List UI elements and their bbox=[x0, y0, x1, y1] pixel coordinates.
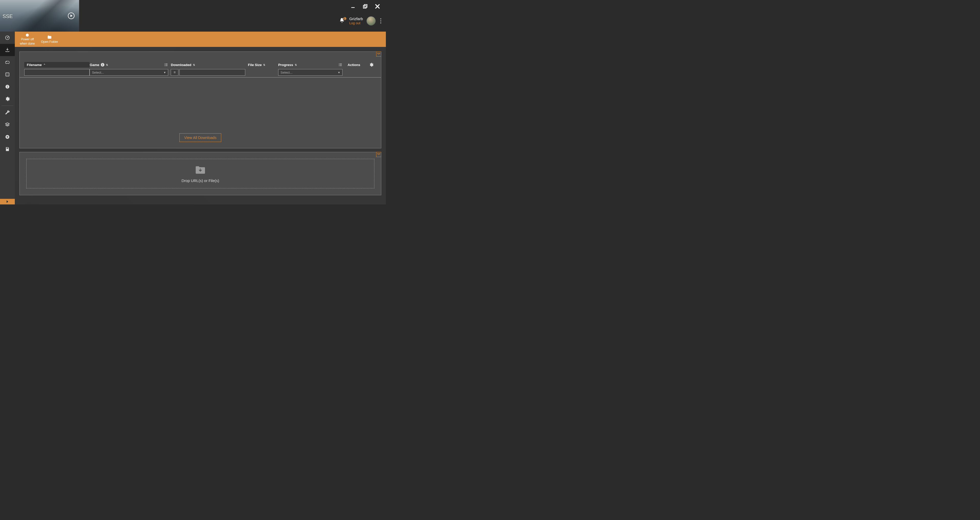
sort-asc-icon: ⌃ bbox=[43, 63, 45, 66]
svg-rect-2 bbox=[364, 5, 367, 7]
info-icon[interactable]: i bbox=[101, 63, 104, 67]
svg-rect-17 bbox=[6, 136, 8, 137]
game-tile[interactable]: SSE bbox=[0, 0, 79, 32]
svg-point-14 bbox=[7, 86, 8, 86]
svg-point-8 bbox=[6, 74, 7, 74]
svg-point-11 bbox=[8, 75, 8, 75]
list-icon[interactable] bbox=[164, 63, 168, 67]
column-filename-header[interactable]: Filename ⌃ bbox=[24, 62, 89, 68]
sidebar-item-add[interactable] bbox=[0, 131, 15, 143]
sort-icon: ⇅ bbox=[106, 63, 108, 66]
sort-icon: ⇅ bbox=[193, 63, 195, 66]
svg-rect-31 bbox=[340, 65, 342, 66]
user-block: 1 Grizfarb Log out bbox=[339, 16, 382, 25]
sidebar bbox=[0, 32, 15, 205]
collapse-panel-icon[interactable] bbox=[376, 51, 381, 57]
filename-filter-input[interactable] bbox=[24, 69, 89, 76]
column-progress-header[interactable]: Progress ⇅ bbox=[278, 62, 342, 68]
svg-point-6 bbox=[7, 37, 8, 38]
sidebar-item-settings[interactable] bbox=[0, 93, 15, 105]
avatar[interactable] bbox=[366, 16, 375, 25]
game-short-label: SSE bbox=[3, 14, 13, 19]
downloads-table-header: Filename ⌃ Game i ⇅ Select... bbox=[20, 52, 381, 78]
column-game-label: Game bbox=[89, 63, 99, 67]
column-filesize-header[interactable]: File Size ⇅ bbox=[248, 62, 278, 68]
open-folder-label: Open Folder bbox=[41, 40, 58, 44]
dropzone-label: Drop URL(s) or File(s) bbox=[181, 178, 219, 183]
downloaded-filter-input[interactable] bbox=[180, 69, 245, 76]
svg-rect-0 bbox=[351, 7, 355, 8]
sidebar-item-dashboard[interactable] bbox=[0, 32, 15, 44]
game-select-placeholder: Select... bbox=[92, 71, 104, 75]
toolbar: Power off when done Open Folder bbox=[15, 32, 386, 47]
svg-rect-1 bbox=[363, 5, 366, 8]
svg-point-22 bbox=[165, 65, 165, 65]
sidebar-item-library[interactable] bbox=[0, 68, 15, 81]
folder-download-icon bbox=[195, 165, 206, 175]
play-icon[interactable] bbox=[68, 13, 75, 19]
svg-rect-21 bbox=[165, 63, 168, 64]
svg-point-9 bbox=[8, 74, 8, 74]
svg-point-24 bbox=[165, 65, 165, 66]
dropzone[interactable]: Drop URL(s) or File(s) bbox=[26, 159, 374, 189]
close-button[interactable] bbox=[374, 3, 381, 10]
minimize-button[interactable] bbox=[350, 3, 356, 10]
table-settings-button[interactable] bbox=[369, 62, 376, 68]
progress-select-placeholder: Select... bbox=[280, 71, 293, 75]
notifications-button[interactable]: 1 bbox=[339, 17, 346, 24]
drop-panel: Drop URL(s) or File(s) bbox=[19, 152, 381, 195]
titlebar: SSE bbox=[0, 0, 386, 32]
svg-rect-7 bbox=[6, 73, 9, 76]
svg-point-26 bbox=[339, 63, 339, 64]
sort-icon: ⇅ bbox=[263, 63, 265, 66]
column-filename-label: Filename bbox=[27, 63, 42, 67]
column-filesize-label: File Size bbox=[248, 63, 262, 67]
power-off-label-2: when done bbox=[20, 42, 35, 45]
sidebar-item-save[interactable] bbox=[0, 143, 15, 155]
view-all-downloads-button[interactable]: View All Downloads bbox=[180, 133, 221, 142]
sort-icon: ⇅ bbox=[295, 63, 297, 66]
svg-rect-27 bbox=[340, 63, 342, 64]
progress-filter-select[interactable]: Select... ▼ bbox=[278, 69, 342, 76]
sidebar-item-layers[interactable] bbox=[0, 119, 15, 131]
sidebar-expand-button[interactable] bbox=[0, 199, 15, 205]
kebab-menu-button[interactable] bbox=[379, 17, 382, 25]
content-area: Filename ⌃ Game i ⇅ Select... bbox=[15, 47, 386, 205]
svg-point-28 bbox=[339, 65, 339, 65]
list-icon[interactable] bbox=[339, 63, 342, 67]
window-controls bbox=[350, 3, 381, 10]
logout-link[interactable]: Log out bbox=[349, 21, 360, 25]
sidebar-item-downloads[interactable] bbox=[0, 44, 15, 56]
caret-down-icon: ▼ bbox=[338, 71, 340, 74]
caret-down-icon: ▼ bbox=[164, 71, 166, 74]
column-downloaded-header[interactable]: Downloaded ⇅ bbox=[171, 62, 245, 68]
sidebar-item-info[interactable] bbox=[0, 81, 15, 93]
titlebar-right: 1 Grizfarb Log out bbox=[79, 0, 386, 32]
svg-point-20 bbox=[165, 63, 165, 64]
downloaded-operator-button[interactable]: = bbox=[171, 69, 178, 76]
game-filter-select[interactable]: Select... ▼ bbox=[89, 69, 168, 76]
column-downloaded-label: Downloaded bbox=[171, 63, 191, 67]
svg-point-10 bbox=[6, 75, 7, 75]
maximize-button[interactable] bbox=[362, 3, 369, 10]
notification-badge: 1 bbox=[343, 17, 347, 21]
column-actions-header: Actions bbox=[348, 62, 369, 68]
downloads-panel: Filename ⌃ Game i ⇅ Select... bbox=[19, 51, 381, 148]
svg-rect-13 bbox=[7, 86, 8, 88]
power-off-label-1: Power off bbox=[21, 38, 34, 41]
column-game-header[interactable]: Game i ⇅ bbox=[89, 62, 168, 68]
user-name: Grizfarb bbox=[349, 17, 363, 21]
sidebar-item-tools[interactable] bbox=[0, 106, 15, 119]
power-off-when-done-button[interactable]: Power off when done bbox=[17, 32, 38, 47]
collapse-panel-icon[interactable] bbox=[376, 152, 381, 157]
open-folder-button[interactable]: Open Folder bbox=[38, 32, 61, 47]
column-actions-label: Actions bbox=[348, 63, 360, 67]
column-progress-label: Progress bbox=[278, 63, 293, 67]
svg-rect-25 bbox=[165, 65, 168, 66]
sidebar-item-games[interactable] bbox=[0, 56, 15, 68]
svg-point-30 bbox=[339, 65, 339, 66]
